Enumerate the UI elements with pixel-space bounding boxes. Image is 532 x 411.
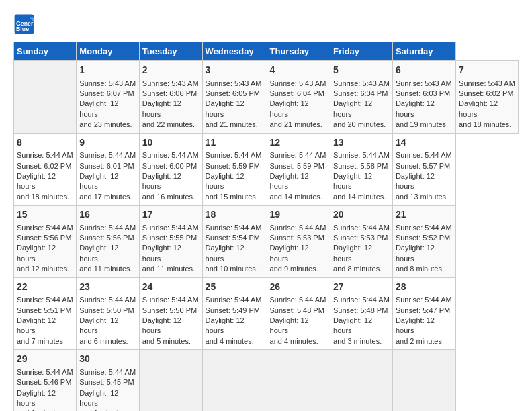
col-header-thursday: Thursday (267, 42, 330, 61)
day-cell: 22Sunrise: 5:44 AMSunset: 5:51 PMDayligh… (14, 277, 77, 350)
day-number: 13 (333, 136, 390, 150)
day-cell: 29Sunrise: 5:44 AMSunset: 5:46 PMDayligh… (14, 350, 77, 411)
day-number: 30 (79, 353, 136, 366)
week-row-5: 29Sunrise: 5:44 AMSunset: 5:46 PMDayligh… (14, 350, 519, 411)
day-number: 14 (396, 136, 453, 150)
day-cell: 18Sunrise: 5:44 AMSunset: 5:54 PMDayligh… (202, 205, 267, 278)
day-number: 23 (79, 281, 136, 294)
day-number: 28 (396, 281, 453, 294)
day-cell: 21Sunrise: 5:44 AMSunset: 5:52 PMDayligh… (392, 205, 455, 278)
day-number: 1 (79, 64, 136, 77)
svg-text:Blue: Blue (16, 26, 29, 32)
col-header-tuesday: Tuesday (139, 42, 202, 61)
day-cell: 17Sunrise: 5:44 AMSunset: 5:55 PMDayligh… (139, 205, 202, 278)
day-cell: 13Sunrise: 5:44 AMSunset: 5:58 PMDayligh… (330, 133, 393, 205)
day-cell: 25Sunrise: 5:44 AMSunset: 5:49 PMDayligh… (202, 277, 267, 350)
day-number: 5 (333, 64, 390, 77)
day-cell (267, 350, 330, 411)
week-row-1: 1Sunrise: 5:43 AMSunset: 6:07 PMDaylight… (14, 61, 519, 134)
day-cell: 28Sunrise: 5:44 AMSunset: 5:47 PMDayligh… (392, 277, 455, 350)
day-number: 8 (17, 136, 73, 150)
day-cell: 15Sunrise: 5:44 AMSunset: 5:56 PMDayligh… (14, 205, 77, 278)
day-number: 15 (17, 208, 73, 222)
day-number: 6 (396, 64, 453, 77)
day-number: 19 (270, 208, 328, 222)
col-header-sunday: Sunday (14, 42, 77, 61)
day-number: 11 (206, 136, 264, 150)
day-cell: 6Sunrise: 5:43 AMSunset: 6:03 PMDaylight… (392, 61, 455, 134)
week-row-4: 22Sunrise: 5:44 AMSunset: 5:51 PMDayligh… (14, 277, 519, 350)
day-number: 17 (142, 208, 200, 222)
day-number: 9 (79, 136, 136, 150)
day-cell: 11Sunrise: 5:44 AMSunset: 5:59 PMDayligh… (202, 133, 267, 205)
week-row-3: 15Sunrise: 5:44 AMSunset: 5:56 PMDayligh… (14, 205, 519, 278)
day-cell: 24Sunrise: 5:44 AMSunset: 5:50 PMDayligh… (139, 277, 202, 350)
day-cell: 14Sunrise: 5:44 AMSunset: 5:57 PMDayligh… (392, 133, 455, 205)
day-number: 22 (17, 281, 73, 294)
day-cell (202, 350, 267, 411)
day-cell: 4Sunrise: 5:43 AMSunset: 6:04 PMDaylight… (267, 61, 330, 134)
day-cell: 7Sunrise: 5:43 AMSunset: 6:02 PMDaylight… (456, 61, 519, 134)
day-number: 26 (270, 281, 328, 294)
day-cell: 3Sunrise: 5:43 AMSunset: 6:05 PMDaylight… (202, 61, 267, 134)
day-number: 4 (270, 64, 328, 77)
day-cell (139, 350, 202, 411)
day-cell: 1Sunrise: 5:43 AMSunset: 6:07 PMDaylight… (77, 61, 140, 134)
day-cell: 16Sunrise: 5:44 AMSunset: 5:56 PMDayligh… (77, 205, 140, 278)
day-cell: 23Sunrise: 5:44 AMSunset: 5:50 PMDayligh… (77, 277, 140, 350)
col-header-monday: Monday (77, 42, 140, 61)
col-header-friday: Friday (330, 42, 393, 61)
day-number: 24 (142, 281, 200, 294)
day-cell (330, 350, 393, 411)
logo-icon: General Blue (13, 13, 35, 35)
day-cell: 2Sunrise: 5:43 AMSunset: 6:06 PMDaylight… (139, 61, 202, 134)
day-number: 3 (206, 64, 264, 77)
col-header-wednesday: Wednesday (202, 42, 267, 61)
day-cell: 19Sunrise: 5:44 AMSunset: 5:53 PMDayligh… (267, 205, 330, 278)
day-number: 29 (17, 353, 73, 366)
day-number: 12 (270, 136, 328, 150)
day-cell: 8Sunrise: 5:44 AMSunset: 6:02 PMDaylight… (14, 133, 77, 205)
day-number: 10 (142, 136, 200, 150)
day-cell: 26Sunrise: 5:44 AMSunset: 5:48 PMDayligh… (267, 277, 330, 350)
header-row: SundayMondayTuesdayWednesdayThursdayFrid… (14, 42, 519, 61)
empty-day-cell (14, 61, 77, 134)
page-header: General Blue (13, 13, 519, 35)
day-number: 25 (206, 281, 264, 294)
day-number: 7 (459, 64, 515, 77)
day-cell: 30Sunrise: 5:44 AMSunset: 5:45 PMDayligh… (77, 350, 140, 411)
calendar-table: SundayMondayTuesdayWednesdayThursdayFrid… (13, 42, 519, 411)
day-number: 27 (333, 281, 390, 294)
day-cell: 10Sunrise: 5:44 AMSunset: 6:00 PMDayligh… (139, 133, 202, 205)
day-cell: 27Sunrise: 5:44 AMSunset: 5:48 PMDayligh… (330, 277, 393, 350)
logo: General Blue (13, 13, 38, 35)
week-row-2: 8Sunrise: 5:44 AMSunset: 6:02 PMDaylight… (14, 133, 519, 205)
col-header-saturday: Saturday (392, 42, 455, 61)
day-cell: 20Sunrise: 5:44 AMSunset: 5:53 PMDayligh… (330, 205, 393, 278)
day-number: 2 (142, 64, 200, 77)
day-number: 21 (396, 208, 453, 222)
day-number: 20 (333, 208, 390, 222)
day-cell: 9Sunrise: 5:44 AMSunset: 6:01 PMDaylight… (77, 133, 140, 205)
day-number: 16 (79, 208, 136, 222)
day-cell (392, 350, 455, 411)
day-number: 18 (206, 208, 264, 222)
day-cell: 5Sunrise: 5:43 AMSunset: 6:04 PMDaylight… (330, 61, 393, 134)
day-cell: 12Sunrise: 5:44 AMSunset: 5:59 PMDayligh… (267, 133, 330, 205)
